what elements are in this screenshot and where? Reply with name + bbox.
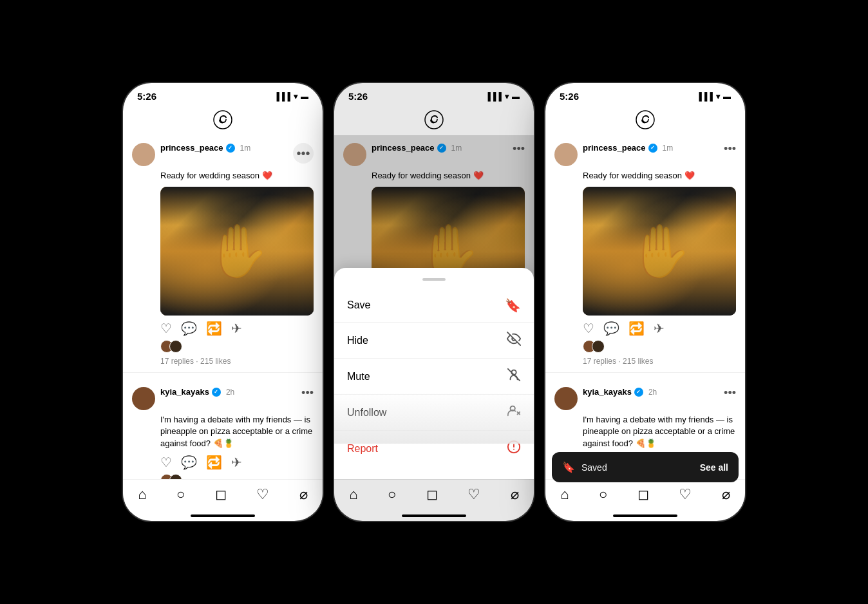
post-header-2-right: kyia_kayaks ✓ 2h ••• [554,387,736,410]
username-row-1-right: princess_peace ✓ 1m [583,143,719,153]
status-icons-middle: ▐▐▐ ▾ ▬ [485,92,520,101]
divider-1-right [545,372,745,373]
drag-handle [422,278,446,281]
more-btn-2-right[interactable]: ••• [724,387,736,399]
nav-compose-left[interactable]: ◻ [215,486,227,503]
status-time-middle: 5:26 [348,91,368,102]
nav-search-left[interactable]: ○ [176,486,185,503]
avatar-kyia-left [132,387,155,410]
comment-btn-1-right[interactable]: 💬 [603,321,619,336]
share-btn-1-left[interactable]: ✈ [231,321,242,336]
hide-icon [507,332,521,349]
username-1-left: princess_peace [160,143,223,153]
post-text-1-left: Ready for wedding season ❤️ [132,170,314,182]
menu-save[interactable]: Save 🔖 [334,288,534,323]
phone-left: 5:26 ▐▐▐ ▾ ▬ princes [123,83,323,521]
comment-btn-1-left[interactable]: 💬 [181,321,197,336]
threads-logo-left [212,109,233,130]
hide-label: Hide [347,335,368,346]
post-text-2-left: I'm having a debate with my friends — is… [132,414,314,449]
verified-1-left: ✓ [226,144,235,153]
more-btn-1-left[interactable]: ••• [293,143,314,164]
nav-heart-left[interactable]: ♡ [256,486,269,503]
avatar-princess-left [132,143,155,166]
battery-icon: ▬ [301,92,308,101]
threads-logo-middle [424,109,444,130]
nav-search-right[interactable]: ○ [599,486,607,503]
repost-btn-1-left[interactable]: 🔁 [206,321,222,336]
post-header-2-left: kyia_kayaks ✓ 2h ••• [132,387,314,410]
report-label: Report [347,443,378,455]
username-row-2-left: kyia_kayaks ✓ 2h [160,387,296,397]
stacked-avatars-left [132,340,314,353]
like-btn-1-left[interactable]: ♡ [160,321,172,336]
context-overlay: Save 🔖 Hide Mute [334,135,534,479]
menu-mute[interactable]: Mute [334,359,534,395]
username-row-1-left: princess_peace ✓ 1m [160,143,288,153]
post-text-2-right: I'm having a debate with my friends — is… [554,414,736,449]
verified-2-left: ✓ [212,388,221,397]
time-1-left: 1m [240,144,251,153]
post-actions-2-left: ♡ 💬 🔁 ✈ [132,455,314,470]
nav-home-middle[interactable]: ⌂ [349,486,357,503]
post-image-1-left [160,187,314,316]
home-indicator-left [191,514,255,517]
wifi-icon-m: ▾ [505,92,509,101]
threads-logo-right [635,109,656,130]
feed-left: princess_peace ✓ 1m ••• Ready for weddin… [123,135,323,479]
nav-profile-left[interactable]: ⌀ [299,486,308,503]
comment-btn-2-left[interactable]: 💬 [181,455,197,470]
menu-unfollow[interactable]: Unfollow [334,395,534,431]
more-btn-2-left[interactable]: ••• [301,387,314,399]
henna-img-left [160,187,314,316]
toast-see-all-btn[interactable]: See all [700,462,728,473]
nav-profile-right[interactable]: ⌀ [722,486,730,503]
status-bar-left: 5:26 ▐▐▐ ▾ ▬ [123,83,323,106]
phone-right: 5:26 ▐▐▐ ▾ ▬ princes [545,83,745,521]
post-1-left: princess_peace ✓ 1m ••• Ready for weddin… [123,135,323,366]
phones-container: 5:26 ▐▐▐ ▾ ▬ princes [110,70,758,534]
svg-point-1 [437,119,438,120]
wifi-icon: ▾ [294,92,297,101]
share-btn-1-right[interactable]: ✈ [654,321,665,336]
nav-home-left[interactable]: ⌂ [138,486,146,503]
status-icons-left: ▐▐▐ ▾ ▬ [274,92,308,101]
bookmark-icon: 🔖 [505,297,521,313]
username-1-right: princess_peace [583,143,646,153]
time-2-left: 2h [226,388,234,397]
share-btn-2-left[interactable]: ✈ [231,455,242,470]
like-btn-1-right[interactable]: ♡ [583,321,594,336]
avatar-kyia-right [554,387,578,410]
divider-1-left [123,372,323,373]
toast-bookmark-icon: 🔖 [562,461,575,473]
nav-home-right[interactable]: ⌂ [560,486,569,503]
home-indicator-right [613,514,677,517]
nav-compose-middle[interactable]: ◻ [426,486,438,503]
username-2-left: kyia_kayaks [160,387,209,397]
feed-right: princess_peace ✓ 1m ••• Ready for weddin… [545,135,745,479]
like-btn-2-left[interactable]: ♡ [160,455,172,470]
post-image-1-right [583,187,736,316]
menu-report[interactable]: Report [334,431,534,466]
bottom-nav-left: ⌂ ○ ◻ ♡ ⌀ [123,479,323,512]
repost-btn-1-right[interactable]: 🔁 [628,321,645,336]
saved-toast: 🔖 Saved See all [552,452,739,482]
nav-heart-middle[interactable]: ♡ [467,486,480,503]
repost-btn-2-left[interactable]: 🔁 [206,455,222,470]
context-menu[interactable]: Save 🔖 Hide Mute [334,268,534,479]
nav-compose-right[interactable]: ◻ [637,486,649,503]
signal-icon: ▐▐▐ [274,92,290,101]
more-btn-1-right[interactable]: ••• [724,143,736,155]
henna-img-right [583,187,736,316]
status-icons-right: ▐▐▐ ▾ ▬ [696,92,731,101]
post-meta-1-left: princess_peace ✓ 1m [160,143,288,153]
avatar-princess-right [554,143,578,166]
username-row-2-right: kyia_kayaks ✓ 2h [583,387,719,397]
battery-icon-r: ▬ [723,92,731,101]
nav-search-middle[interactable]: ○ [388,486,396,503]
menu-hide[interactable]: Hide [334,323,534,359]
stacked-avatars-2-left [132,474,314,479]
nav-heart-right[interactable]: ♡ [679,486,692,503]
nav-profile-middle[interactable]: ⌀ [511,486,519,503]
verified-2-right: ✓ [634,388,643,397]
